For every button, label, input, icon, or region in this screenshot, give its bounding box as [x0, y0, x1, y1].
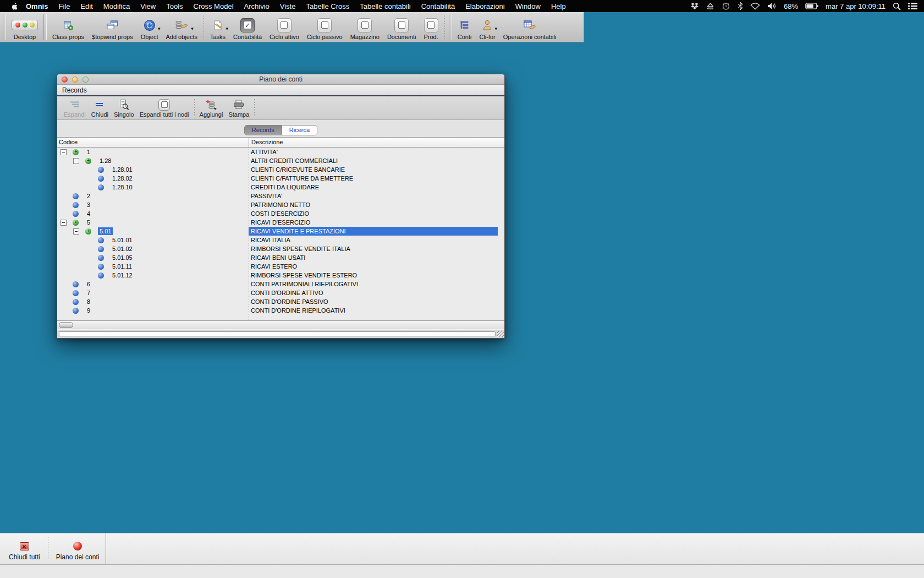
- window-titlebar[interactable]: Piano dei conti: [57, 74, 504, 85]
- table-row[interactable]: 1.28.10 CREDITI DA LIQUIDARE: [57, 183, 504, 192]
- node-sphere-icon: [73, 220, 79, 226]
- apple-menu[interactable]: [11, 2, 18, 10]
- time-machine-icon[interactable]: [722, 2, 730, 10]
- desktop-button[interactable]: Desktop: [8, 12, 42, 42]
- tasks-icon: [212, 18, 223, 32]
- prod-toggle-button[interactable]: Prod.: [420, 12, 442, 42]
- table-row[interactable]: 1.28 ALTRI CREDITI COMMERCIALI: [57, 156, 504, 165]
- collapse-toggle-icon[interactable]: [73, 228, 79, 235]
- menu-item[interactable]: Cross Model: [194, 2, 234, 10]
- tab-ricerca[interactable]: Ricerca: [282, 126, 317, 135]
- singolo-button[interactable]: Singolo: [111, 96, 137, 119]
- menu-item[interactable]: Archivio: [244, 2, 270, 10]
- operazioni-contabili-button[interactable]: Operazioni contabili: [499, 12, 560, 42]
- search-icon[interactable]: [893, 2, 901, 10]
- collapse-toggle-icon[interactable]: [73, 158, 79, 164]
- collapse-toggle-icon[interactable]: [61, 220, 67, 226]
- table-row[interactable]: 9 CONTI D'ORDINE RIEPILOGATIVI: [57, 306, 504, 315]
- empty-checkbox-icon: [394, 18, 409, 32]
- status-field[interactable]: [59, 331, 496, 336]
- codice-cell: 5: [57, 219, 249, 226]
- row-code: 1.28.10: [111, 183, 134, 191]
- table-row[interactable]: 1 ATTIVITA': [57, 148, 504, 156]
- table-row[interactable]: 7 CONTI D'ORDINE ATTIVO: [57, 288, 504, 297]
- resize-grip[interactable]: [497, 331, 504, 337]
- topwind-props-button[interactable]: $topwind props: [88, 12, 137, 42]
- piano-dei-conti-taskbar-button[interactable]: Piano dei conti: [50, 533, 106, 564]
- tab-records[interactable]: Records: [245, 126, 282, 135]
- contabilita-toggle-button[interactable]: Contabilità: [229, 12, 266, 42]
- menu-item[interactable]: Window: [515, 2, 541, 10]
- ciclo-attivo-toggle-button[interactable]: Ciclo attivo: [266, 12, 303, 42]
- cli-for-button[interactable]: Cli-for: [475, 12, 499, 42]
- column-header-descrizione[interactable]: Descrizione: [249, 138, 504, 147]
- row-description: CONTI D'ORDINE ATTIVO: [249, 288, 498, 297]
- collapse-toggle-icon[interactable]: [61, 149, 67, 155]
- add-objects-button[interactable]: Add objects: [162, 12, 201, 42]
- tree-table[interactable]: 1 ATTIVITA' 1.28 ALTRI CREDITI COMMERCIA…: [57, 148, 504, 320]
- chiudi-tutti-button[interactable]: Chiudi tutti: [2, 533, 47, 564]
- menu-item[interactable]: Edit: [80, 2, 92, 10]
- menu-item[interactable]: Tabelle Cross: [306, 2, 349, 10]
- empty-checkbox-icon: [317, 18, 332, 32]
- espandi-tutti-button[interactable]: Espandi tutti i nodi: [137, 96, 192, 119]
- codice-cell: 1: [57, 148, 249, 156]
- menu-status: 68% mar 7 apr 10:09:11: [690, 2, 917, 10]
- table-row[interactable]: 5.01.12 RIMBORSI SPESE VENDITE ESTERO: [57, 271, 504, 280]
- menu-clock[interactable]: mar 7 apr 10:09:11: [826, 2, 886, 10]
- tasks-button[interactable]: Tasks: [206, 12, 229, 42]
- table-row[interactable]: 5 RICAVI D'ESERCIZIO: [57, 218, 504, 227]
- table-row[interactable]: 5.01.02 RIMBORSI SPESE VENDITE ITALIA: [57, 244, 504, 253]
- stampa-button[interactable]: Stampa: [226, 96, 252, 119]
- table-row[interactable]: 2 PASSIVITA': [57, 192, 504, 200]
- records-menu[interactable]: Records: [62, 86, 87, 94]
- chiudi-button[interactable]: Chiudi: [89, 96, 111, 119]
- table-row[interactable]: 8 CONTI D'ORDINE PASSIVO: [57, 297, 504, 306]
- menu-item[interactable]: Tools: [166, 2, 183, 10]
- column-header-codice[interactable]: Codice: [57, 138, 249, 147]
- table-row[interactable]: 5.01.11 RICAVI ESTERO: [57, 262, 504, 271]
- battery-icon[interactable]: [805, 3, 818, 9]
- menu-item[interactable]: Omnis: [26, 2, 48, 10]
- eject-icon[interactable]: [706, 2, 714, 10]
- menu-item[interactable]: Viste: [280, 2, 296, 10]
- menu-item[interactable]: Modifica: [103, 2, 130, 10]
- table-row[interactable]: 3 PATRIMONIO NETTO: [57, 200, 504, 209]
- table-row[interactable]: 4 COSTI D'ESERCIZIO: [57, 209, 504, 218]
- toolbar-separator: [254, 99, 255, 117]
- magazzino-toggle-button[interactable]: Magazzino: [346, 12, 383, 42]
- table-row[interactable]: 6 CONTI PATRIMONIALI RIEPILOGATIVI: [57, 280, 504, 288]
- documenti-toggle-button[interactable]: Documenti: [383, 12, 420, 42]
- menu-item[interactable]: File: [58, 2, 70, 10]
- scrollbar-thumb[interactable]: [59, 322, 73, 328]
- horizontal-scrollbar[interactable]: [57, 320, 504, 329]
- button-label: Espandi: [64, 111, 86, 118]
- button-label: Documenti: [387, 34, 416, 40]
- wifi-icon[interactable]: [750, 2, 760, 10]
- red-sphere-icon: [73, 542, 82, 550]
- table-row[interactable]: 5.01 RICAVI VENDITE E PRESTAZIONI: [57, 227, 504, 236]
- menu-item[interactable]: Tabelle contabili: [360, 2, 411, 10]
- menu-item[interactable]: View: [140, 2, 156, 10]
- object-button[interactable]: Object: [137, 12, 162, 42]
- dropbox-icon[interactable]: [690, 2, 699, 10]
- table-row[interactable]: 5.01.01 RICAVI ITALIA: [57, 236, 504, 244]
- class-props-button[interactable]: Class props: [48, 12, 88, 42]
- list-icon[interactable]: [908, 2, 917, 10]
- espandi-button[interactable]: Espandi: [61, 96, 89, 119]
- menu-item[interactable]: Elaborazioni: [465, 2, 505, 10]
- table-row[interactable]: 1.28.02 CLIENTI C/FATTURE DA EMETTERE: [57, 174, 504, 183]
- table-row[interactable]: 1.28.01 CLIENTI C/RICEVUTE BANCARIE: [57, 165, 504, 174]
- conti-button[interactable]: Conti: [454, 12, 476, 42]
- menu-item[interactable]: Contabilità: [421, 2, 455, 10]
- empty-checkbox-icon: [424, 18, 438, 32]
- volume-icon[interactable]: [767, 2, 777, 10]
- ciclo-passivo-toggle-button[interactable]: Ciclo passivo: [303, 12, 346, 42]
- menu-item[interactable]: Help: [551, 2, 566, 10]
- toolbar-grip[interactable]: [3, 14, 6, 40]
- table-row[interactable]: 5.01.05 RICAVI BENI USATI: [57, 253, 504, 262]
- aggiungi-button[interactable]: Aggiungi: [197, 96, 226, 119]
- bluetooth-icon[interactable]: [738, 2, 743, 10]
- window-toolbar: Espandi Chiudi Singolo Espandi tutti i n…: [57, 96, 504, 120]
- codice-cell: 3: [57, 201, 249, 209]
